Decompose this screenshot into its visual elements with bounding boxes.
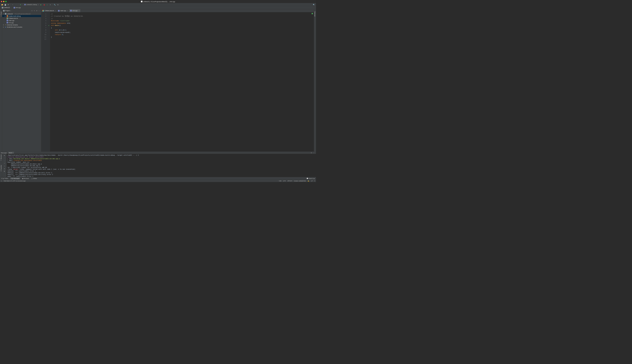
tree-root[interactable]: ▼ untitled22 ~/CLionProjects/untitled22	[2, 13, 41, 15]
run-config-select[interactable]: untitled22 | Debug ▼	[24, 4, 40, 6]
save-icon[interactable]: 💾	[4, 3, 7, 6]
file-icon	[141, 1, 142, 2]
tab-todo[interactable]: ☑ 6: TODO	[1, 178, 9, 179]
tree-label: External Libraries	[7, 24, 18, 26]
debug-icon[interactable]: 🐞	[43, 3, 46, 6]
gear-icon[interactable]: ⚙	[36, 10, 38, 12]
encoding[interactable]: UTF-8 ≑	[287, 180, 292, 182]
panel-title[interactable]: Project ▼	[5, 10, 30, 12]
cursor-position[interactable]: 5:29	[279, 180, 281, 182]
tree-label: untitled22	[7, 13, 13, 15]
hide-icon[interactable]: —	[313, 152, 315, 154]
tree-external-libraries[interactable]: ▶ ⊪ External Libraries	[2, 24, 41, 26]
stop-icon[interactable]: ■	[49, 3, 52, 6]
cpp-icon	[58, 10, 60, 12]
separator	[18, 4, 19, 6]
collapse-icon[interactable]: ⇕	[33, 10, 36, 12]
tree-item-file[interactable]: main.cpp	[2, 19, 41, 22]
tree-label: main.cpp	[9, 20, 14, 21]
editor-tab[interactable]: main.cpp ×	[57, 9, 69, 12]
down-icon[interactable]: ↓	[3, 160, 6, 162]
rail-structure-tab[interactable]: 7: Structure	[1, 154, 2, 160]
tree-item-folder[interactable]: ▶ cmake-build-debug	[2, 15, 41, 17]
tree-label: CMakeLists.txt	[9, 17, 18, 19]
hammer-build-icon[interactable]: ⚒	[19, 3, 22, 6]
close-icon[interactable]: ×	[12, 152, 13, 154]
locate-icon[interactable]: ⊙	[31, 10, 33, 12]
quickdoc-icon[interactable]: ▢	[1, 180, 2, 182]
breadcrumb-item[interactable]: untitled22	[1, 6, 11, 9]
editor-tab-active[interactable]: mm.cpp ×	[69, 9, 81, 12]
bottom-tool-tabs: ☑ 6: TODO ≡ 0: Messages ▣ Terminal △ CMa…	[0, 177, 316, 180]
print-icon[interactable]: 🖨	[3, 168, 6, 170]
project-tree: ▼ untitled22 ~/CLionProjects/untitled22 …	[2, 12, 41, 28]
wrap-icon[interactable]: ⏎	[3, 162, 6, 164]
statusbar: ▢ Build failed in 5 s 257 ms (moments ag…	[0, 180, 316, 182]
messages-tab-build[interactable]: Build ×	[8, 152, 14, 154]
line-separator[interactable]: LF ≑	[283, 180, 286, 182]
close-icon[interactable]: ×	[67, 10, 68, 12]
config-icon	[24, 4, 26, 5]
breadcrumb: untitled22 〉 mm.cpp	[0, 6, 316, 9]
chevron-right-icon: ▶	[3, 26, 5, 28]
clear-icon[interactable]: 🗑	[3, 170, 6, 172]
cpp-icon	[14, 7, 15, 8]
gutter-icons: ▶	[48, 12, 50, 152]
minimize-button[interactable]	[3, 1, 5, 2]
tab-terminal[interactable]: ▣ Terminal	[22, 178, 29, 179]
messages-title: Messages:	[1, 152, 7, 154]
chevron-right-icon: ▶	[5, 15, 6, 17]
update-icon[interactable]: ⎘	[57, 3, 59, 6]
window-title: untitled22 [~/CLionProjects/untitled22] …	[141, 1, 175, 2]
line-gutter: 123456789101112	[41, 12, 48, 152]
open-icon[interactable]: 📂	[1, 3, 4, 6]
left-tool-rail: 1: Project	[0, 9, 2, 152]
tab-messages[interactable]: ≡ 0: Messages	[10, 178, 20, 179]
maximize-button[interactable]	[5, 1, 7, 2]
gear-icon[interactable]: ⚙	[310, 152, 312, 154]
git-icon[interactable]: ⎇	[311, 180, 312, 182]
tree-item-file[interactable]: CMakeLists.txt	[2, 17, 41, 19]
close-icon[interactable]: ×	[79, 10, 80, 12]
close-button[interactable]	[1, 1, 2, 2]
rail-project-tab[interactable]: 1: Project	[1, 12, 2, 16]
titlebar: untitled22 [~/CLionProjects/untitled22] …	[0, 0, 316, 3]
attach-icon[interactable]: ⤓	[46, 3, 49, 6]
config-label: untitled22 | Debug	[26, 4, 37, 5]
hide-icon[interactable]: —	[38, 10, 40, 12]
chevron-down-icon: ▼	[3, 13, 5, 14]
rail-favorites-tab[interactable]: 2: Favorites	[1, 165, 2, 171]
folder-icon	[3, 10, 5, 12]
hector-icon[interactable]: ☃	[314, 180, 315, 182]
tree-scratches[interactable]: ▶ ◉ Scratches and Consoles	[2, 26, 41, 28]
back-icon[interactable]: ←	[12, 3, 14, 6]
tab-cmake[interactable]: △ CMake	[31, 178, 38, 179]
forward-icon[interactable]: →	[15, 3, 17, 6]
tab-label: main.cpp	[60, 10, 66, 12]
rail-database-tab[interactable]: Database	[314, 12, 315, 17]
search-icon[interactable]: 🔍	[312, 3, 315, 6]
lock-icon[interactable]: 🔓	[308, 180, 309, 182]
status-message: Build failed in 5 s 257 ms (moments ago)	[4, 180, 26, 182]
stop-icon[interactable]: ■	[3, 154, 6, 156]
traffic-lights	[1, 1, 7, 2]
wrench-icon[interactable]: 🔧	[54, 3, 56, 6]
tree-label: mm.cpp	[9, 22, 14, 24]
run-icon[interactable]: ▶	[40, 3, 42, 6]
breadcrumb-item[interactable]: mm.cpp	[13, 6, 22, 9]
inspection-status-icon[interactable]	[311, 13, 313, 14]
right-tool-rail: Database	[314, 9, 316, 152]
tree-item-file[interactable]: mm.cpp	[2, 22, 41, 24]
tab-label: CMakeLists.txt	[45, 10, 54, 12]
console-output[interactable]: /Applications/CLion.app/Contents/bin/cma…	[7, 154, 316, 178]
editor-body[interactable]: 123456789101112 ▶ //// Created by 张看起 on…	[41, 12, 314, 152]
tab-event-log[interactable]: 💬 Event Log	[306, 178, 315, 179]
code-area[interactable]: //// Created by 张看起 on 2018/9/20.//#incl…	[50, 12, 314, 152]
refresh-icon[interactable]: ⟳	[7, 3, 10, 6]
context[interactable]: Context: untitled22 [D]	[294, 180, 306, 182]
editor-tab[interactable]: CMakeLists.txt ×	[41, 9, 57, 12]
up-icon[interactable]: ↑	[3, 157, 6, 159]
scroll-icon[interactable]: ⤓	[3, 165, 6, 167]
close-icon[interactable]: ×	[55, 10, 56, 12]
cpp-icon	[7, 22, 8, 24]
